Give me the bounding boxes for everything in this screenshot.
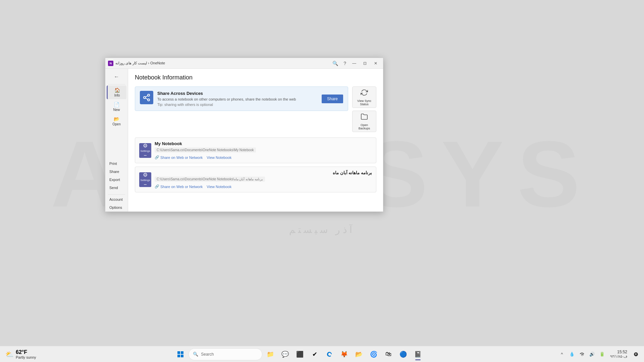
svg-rect-5 [177,351,180,354]
taskbar-app-folder[interactable]: 📂 [352,348,366,361]
sidebar-divider-2 [108,194,125,195]
tray-icon-volume[interactable]: 🔊 [587,348,597,360]
sidebar-item-new[interactable]: 📄 New [107,100,126,114]
sidebar-item-send[interactable]: Send [105,184,128,192]
new-icon: 📄 [114,102,119,107]
main-content: Notebook Information Share Across Device… [128,69,383,212]
sidebar-item-options[interactable]: Options [105,203,128,212]
share-card-icon [140,91,153,104]
taskbar-right: ^ 💧 🔊 🔋 15:52 ۹ف-۳/۱/۸۵ [557,348,641,360]
svg-rect-8 [181,355,183,357]
share-card-description: To access a notebook on other computers … [157,97,318,101]
notebook-item-2: ⚙ Settings − برنامه ماهانه آبان ماه C:\U… [135,167,376,192]
notebook-1-view-link[interactable]: View Notebook [207,155,231,160]
taskbar-app-terminal[interactable]: ⬛ [293,348,307,361]
close-button[interactable]: ✕ [371,60,380,67]
notebook-2-info: برنامه ماهانه آبان ماه C:\Users\Sama.co\… [155,170,372,189]
share-link-icon-2: 🔗 [155,184,159,189]
minimize-button[interactable]: — [350,60,359,67]
info-icon: 🏠 [114,87,120,93]
notebook-item-1: ⚙ Settings − My Notebook C:\Users\Sama.c… [135,137,376,163]
notebook-2-icon: ⚙ Settings − [139,172,151,187]
notebook-1-links: 🔗 Share on Web or Network View Notebook [155,155,372,160]
weather-info: 62°F Partly sunny [16,349,36,359]
open-backups-label: OpenBackups [359,123,370,130]
page-title: Notebook Information [135,74,376,81]
sidebar-item-info[interactable]: 🏠 Info [107,85,126,99]
taskbar-center: 🔍 Search 📁 💬 ⬛ ✔ 🦊 📂 🌀 🛍 🔵 📓 [42,348,557,361]
open-icon: 📂 [114,116,119,122]
taskbar-app-check[interactable]: ✔ [308,348,321,361]
search-placeholder: Search [201,352,214,357]
tray-icon-water[interactable]: 💧 [567,348,577,360]
sidebar-item-new-label: New [113,108,120,112]
left-sidebar: ← 🏠 Info 📄 New 📂 Open Print Share Export… [105,69,128,212]
help-icon[interactable]: ? [341,61,348,66]
sidebar-item-share[interactable]: Share [105,168,128,176]
taskbar-app-app9[interactable]: 🔵 [396,348,410,361]
clock-date: ۹ف-۳/۱/۸۵ [610,354,627,359]
notebook-2-path: C:\Users\Sama.co\Documents\OneNote Noteb… [155,177,265,182]
taskbar: ⛅ 62°F Partly sunny 🔍 Search 📁 💬 ⬛ ✔ 🦊 📂 [0,346,644,362]
view-sync-button[interactable]: View SyncStatus [352,86,376,108]
title-bar-left: N لیست کار های روزانه › OneNote [108,61,330,66]
svg-point-0 [148,94,150,96]
tray-icon-wifi[interactable] [577,348,587,360]
search-icon: 🔍 [193,352,198,357]
share-card: Share Across Devices To access a noteboo… [135,86,348,111]
share-card-content: Share Across Devices To access a noteboo… [157,91,318,107]
taskbar-app-store[interactable]: 🛍 [382,348,395,361]
sidebar-item-open-label: Open [112,122,120,126]
notebook-1-info: My Notebook C:\Users\Sama.co\Documents\O… [155,141,372,160]
search-titlebar-icon[interactable]: 🔍 [330,61,340,66]
restore-button[interactable]: ⊡ [360,60,370,67]
sidebar-item-account[interactable]: Account [105,195,128,203]
app-window: N لیست کار های روزانه › OneNote 🔍 ? — ⊡ … [105,58,383,212]
share-button[interactable]: Share [322,95,343,103]
share-card-tip: Tip: sharing with others is optional [157,103,318,107]
view-sync-label: View SyncStatus [357,99,371,106]
taskbar-app-onenote[interactable]: 📓 [411,348,425,361]
weather-temp: 62°F [16,349,36,355]
svg-line-3 [146,98,148,100]
start-button[interactable] [174,348,187,361]
search-bar[interactable]: 🔍 Search [189,348,262,360]
sidebar-item-export[interactable]: Export [105,176,128,184]
taskbar-app-chat[interactable]: 💬 [278,348,292,361]
weather-icon: ⛅ [5,350,14,358]
notebook-1-icon: ⚙ Settings − [139,143,151,158]
sidebar-divider-1 [108,84,125,84]
window-body: ← 🏠 Info 📄 New 📂 Open Print Share Export… [105,69,383,212]
title-bar: N لیست کار های روزانه › OneNote 🔍 ? — ⊡ … [105,58,383,69]
sidebar-item-print[interactable]: Print [105,160,128,168]
svg-point-2 [148,99,150,101]
notebook-2-view-link[interactable]: View Notebook [207,184,231,189]
notebook-1-path: C:\Users\Sama.co\Documents\OneNote Noteb… [155,147,256,153]
sidebar-item-open[interactable]: 📂 Open [107,114,126,128]
notebook-2-name: برنامه ماهانه آبان ماه [155,170,372,175]
sidebar-item-info-label: Info [114,94,120,97]
title-breadcrumb: لیست کار های روزانه › OneNote [115,61,165,65]
svg-line-4 [146,96,148,97]
taskbar-weather[interactable]: ⛅ 62°F Partly sunny [3,348,39,361]
svg-rect-7 [177,355,180,357]
back-button[interactable]: ← [111,71,123,82]
notebook-2-share-link[interactable]: 🔗 Share on Web or Network [155,184,203,189]
tray-icon-battery[interactable]: 🔋 [597,348,607,360]
share-link-icon-1: 🔗 [155,155,159,160]
notebook-1-share-link[interactable]: 🔗 Share on Web or Network [155,155,203,160]
taskbar-app-firefox[interactable]: 🦊 [337,348,351,361]
clock-time: 15:52 [617,350,627,354]
notebook-1-name: My Notebook [155,141,372,146]
taskbar-app-edge2[interactable]: 🌀 [367,348,380,361]
open-backups-button[interactable]: OpenBackups [352,111,376,132]
title-bar-right: 🔍 ? — ⊡ ✕ [330,60,380,67]
action-buttons-container: View SyncStatus OpenBackups [352,86,376,132]
svg-point-1 [144,97,146,99]
notification-button[interactable] [631,348,641,360]
weather-condition: Partly sunny [16,355,36,359]
tray-chevron[interactable]: ^ [557,348,567,360]
taskbar-app-fileexplorer[interactable]: 📁 [264,348,277,361]
taskbar-app-edge[interactable] [323,348,336,361]
clock[interactable]: 15:52 ۹ف-۳/۱/۸۵ [607,350,630,359]
